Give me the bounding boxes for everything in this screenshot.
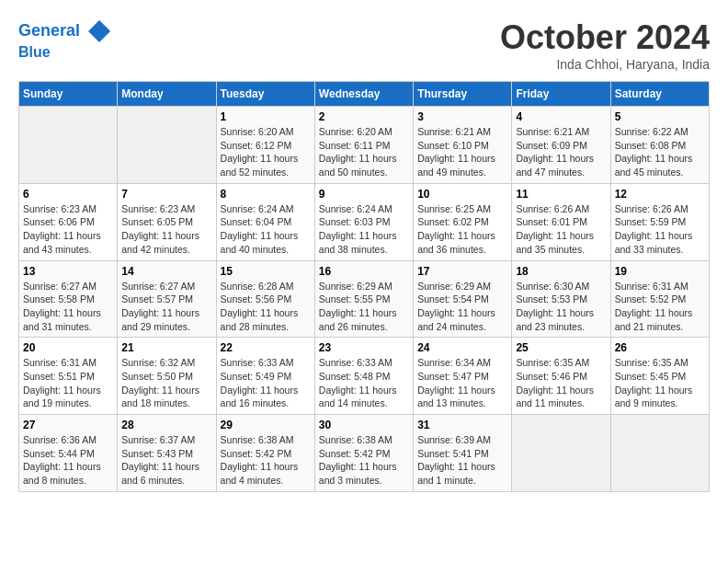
calendar-cell: 10Sunrise: 6:25 AMSunset: 6:02 PMDayligh… [414, 183, 512, 260]
day-number: 23 [319, 341, 409, 354]
day-number: 26 [615, 341, 705, 354]
calendar-cell: 20Sunrise: 6:31 AMSunset: 5:51 PMDayligh… [19, 338, 118, 415]
day-header-monday: Monday [118, 82, 216, 107]
day-number: 10 [417, 188, 507, 201]
day-number: 28 [121, 419, 211, 431]
day-info: Sunrise: 6:23 AMSunset: 6:05 PMDaylight:… [121, 202, 211, 257]
day-info: Sunrise: 6:20 AMSunset: 6:11 PMDaylight:… [319, 125, 409, 179]
title-block: October 2024 Inda Chhoi, Haryana, India [500, 18, 710, 72]
day-header-sunday: Sunday [19, 82, 118, 107]
day-info: Sunrise: 6:24 AMSunset: 6:03 PMDaylight:… [319, 202, 409, 257]
logo-text: General [18, 18, 112, 44]
svg-marker-1 [99, 20, 110, 31]
day-number: 8 [221, 188, 311, 201]
calendar-cell [118, 107, 216, 184]
logo: General Blue [18, 18, 112, 61]
day-info: Sunrise: 6:29 AMSunset: 5:55 PMDaylight:… [319, 280, 409, 334]
day-info: Sunrise: 6:36 AMSunset: 5:44 PMDaylight:… [23, 433, 113, 488]
day-info: Sunrise: 6:24 AMSunset: 6:04 PMDaylight:… [221, 202, 311, 257]
day-number: 13 [23, 265, 113, 278]
day-number: 21 [121, 341, 211, 354]
logo-blue: Blue [18, 44, 112, 61]
day-header-friday: Friday [512, 82, 610, 107]
calendar-table: SundayMondayTuesdayWednesdayThursdayFrid… [18, 81, 710, 492]
calendar-cell: 7Sunrise: 6:23 AMSunset: 6:05 PMDaylight… [118, 183, 216, 260]
day-info: Sunrise: 6:33 AMSunset: 5:48 PMDaylight:… [319, 356, 409, 410]
calendar-cell [512, 415, 610, 492]
calendar-cell: 11Sunrise: 6:26 AMSunset: 6:01 PMDayligh… [512, 183, 610, 260]
location: Inda Chhoi, Haryana, India [500, 57, 710, 72]
day-number: 11 [516, 188, 606, 201]
day-number: 30 [319, 419, 409, 431]
week-row-4: 20Sunrise: 6:31 AMSunset: 5:51 PMDayligh… [19, 338, 710, 415]
week-row-1: 1Sunrise: 6:20 AMSunset: 6:12 PMDaylight… [19, 107, 710, 184]
calendar-cell: 23Sunrise: 6:33 AMSunset: 5:48 PMDayligh… [314, 338, 413, 415]
day-info: Sunrise: 6:33 AMSunset: 5:49 PMDaylight:… [221, 356, 311, 410]
day-info: Sunrise: 6:38 AMSunset: 5:42 PMDaylight:… [319, 433, 409, 488]
calendar-cell: 30Sunrise: 6:38 AMSunset: 5:42 PMDayligh… [314, 415, 413, 492]
calendar-cell: 16Sunrise: 6:29 AMSunset: 5:55 PMDayligh… [314, 260, 413, 338]
day-info: Sunrise: 6:27 AMSunset: 5:57 PMDaylight:… [121, 280, 211, 334]
day-number: 7 [121, 188, 211, 201]
calendar-cell: 8Sunrise: 6:24 AMSunset: 6:04 PMDaylight… [216, 183, 314, 260]
day-header-thursday: Thursday [414, 82, 512, 107]
calendar-cell: 3Sunrise: 6:21 AMSunset: 6:10 PMDaylight… [414, 107, 512, 184]
calendar-cell: 14Sunrise: 6:27 AMSunset: 5:57 PMDayligh… [118, 260, 216, 338]
day-number: 12 [615, 188, 705, 201]
day-number: 14 [121, 265, 211, 278]
page-header: General Blue October 2024 Inda Chhoi, Ha… [18, 18, 710, 72]
day-number: 2 [319, 110, 409, 123]
day-info: Sunrise: 6:31 AMSunset: 5:51 PMDaylight:… [23, 356, 113, 410]
day-info: Sunrise: 6:26 AMSunset: 5:59 PMDaylight:… [615, 202, 705, 257]
calendar-cell: 5Sunrise: 6:22 AMSunset: 6:08 PMDaylight… [610, 107, 709, 184]
calendar-cell: 2Sunrise: 6:20 AMSunset: 6:11 PMDaylight… [314, 107, 413, 184]
calendar-cell: 9Sunrise: 6:24 AMSunset: 6:03 PMDaylight… [314, 183, 413, 260]
day-number: 17 [417, 265, 507, 278]
day-info: Sunrise: 6:22 AMSunset: 6:08 PMDaylight:… [615, 125, 705, 179]
calendar-cell: 29Sunrise: 6:38 AMSunset: 5:42 PMDayligh… [216, 415, 314, 492]
day-info: Sunrise: 6:20 AMSunset: 6:12 PMDaylight:… [221, 125, 311, 179]
day-info: Sunrise: 6:28 AMSunset: 5:56 PMDaylight:… [221, 280, 311, 334]
day-number: 19 [615, 265, 705, 278]
day-info: Sunrise: 6:27 AMSunset: 5:58 PMDaylight:… [23, 280, 113, 334]
day-number: 25 [516, 341, 606, 354]
calendar-cell: 19Sunrise: 6:31 AMSunset: 5:52 PMDayligh… [610, 260, 709, 338]
day-number: 29 [221, 419, 311, 431]
day-info: Sunrise: 6:25 AMSunset: 6:02 PMDaylight:… [417, 202, 507, 257]
calendar-cell: 31Sunrise: 6:39 AMSunset: 5:41 PMDayligh… [414, 415, 512, 492]
day-number: 15 [221, 265, 311, 278]
day-info: Sunrise: 6:31 AMSunset: 5:52 PMDaylight:… [615, 280, 705, 334]
calendar-cell: 15Sunrise: 6:28 AMSunset: 5:56 PMDayligh… [216, 260, 314, 338]
calendar-cell [610, 415, 709, 492]
day-number: 16 [319, 265, 409, 278]
day-info: Sunrise: 6:37 AMSunset: 5:43 PMDaylight:… [121, 433, 211, 488]
day-number: 6 [23, 188, 113, 201]
day-number: 31 [417, 419, 507, 431]
calendar-cell: 26Sunrise: 6:35 AMSunset: 5:45 PMDayligh… [610, 338, 709, 415]
day-info: Sunrise: 6:39 AMSunset: 5:41 PMDaylight:… [417, 433, 507, 488]
day-info: Sunrise: 6:32 AMSunset: 5:50 PMDaylight:… [121, 356, 211, 410]
day-header-tuesday: Tuesday [216, 82, 314, 107]
calendar-cell: 18Sunrise: 6:30 AMSunset: 5:53 PMDayligh… [512, 260, 610, 338]
week-row-3: 13Sunrise: 6:27 AMSunset: 5:58 PMDayligh… [19, 260, 710, 338]
day-info: Sunrise: 6:38 AMSunset: 5:42 PMDaylight:… [221, 433, 311, 488]
header-row: SundayMondayTuesdayWednesdayThursdayFrid… [19, 82, 710, 107]
day-number: 22 [221, 341, 311, 354]
day-info: Sunrise: 6:35 AMSunset: 5:45 PMDaylight:… [615, 356, 705, 410]
day-header-wednesday: Wednesday [314, 82, 413, 107]
calendar-cell: 6Sunrise: 6:23 AMSunset: 6:06 PMDaylight… [19, 183, 118, 260]
day-number: 1 [221, 110, 311, 123]
day-info: Sunrise: 6:21 AMSunset: 6:09 PMDaylight:… [516, 125, 606, 179]
day-info: Sunrise: 6:21 AMSunset: 6:10 PMDaylight:… [417, 125, 507, 179]
day-number: 4 [516, 110, 606, 123]
calendar-cell: 17Sunrise: 6:29 AMSunset: 5:54 PMDayligh… [414, 260, 512, 338]
day-number: 24 [417, 341, 507, 354]
day-info: Sunrise: 6:34 AMSunset: 5:47 PMDaylight:… [417, 356, 507, 410]
month-title: October 2024 [500, 18, 710, 57]
week-row-5: 27Sunrise: 6:36 AMSunset: 5:44 PMDayligh… [19, 415, 710, 492]
calendar-cell: 13Sunrise: 6:27 AMSunset: 5:58 PMDayligh… [19, 260, 118, 338]
calendar-cell: 28Sunrise: 6:37 AMSunset: 5:43 PMDayligh… [118, 415, 216, 492]
calendar-cell: 1Sunrise: 6:20 AMSunset: 6:12 PMDaylight… [216, 107, 314, 184]
calendar-cell: 24Sunrise: 6:34 AMSunset: 5:47 PMDayligh… [414, 338, 512, 415]
day-number: 27 [23, 419, 113, 431]
